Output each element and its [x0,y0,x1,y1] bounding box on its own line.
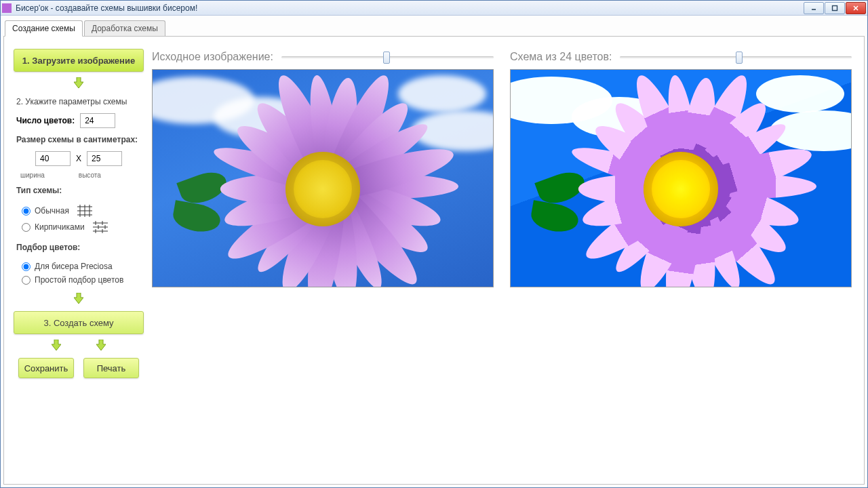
arrow-down-icon [74,77,83,90]
height-caption: высота [79,171,101,179]
minimize-button[interactable] [804,2,824,14]
source-title: Исходное изображение: [152,51,273,63]
main-window: Бисер'ок - создавайте схемы вышивки бисе… [0,0,868,488]
height-input[interactable] [87,151,122,166]
width-caption: ширина [20,171,45,179]
tab-edit[interactable]: Доработка схемы [84,20,165,36]
palette-preciosa-radio[interactable]: Для бисера Preciosa [22,262,136,271]
load-image-button[interactable]: 1. Загрузите изображение [14,49,144,72]
grid-brick-icon [93,221,108,233]
x-label: X [76,154,81,163]
grid-normal-icon [77,205,92,217]
scheme-title: Схема из 24 цветов: [510,51,612,63]
arrow-down-icon [96,340,106,352]
type-brick-radio[interactable]: Кирпичиками [22,221,136,233]
svg-rect-1 [833,5,837,10]
create-scheme-button[interactable]: 3. Создать схему [14,311,144,334]
close-button[interactable] [846,2,866,14]
save-button[interactable]: Сохранить [18,358,74,378]
maximize-button[interactable] [825,2,845,14]
palette-label: Подбор цветов: [14,241,144,253]
content-area: 1. Загрузите изображение 2. Укажите пара… [3,36,865,485]
arrow-down-icon [52,340,61,352]
source-panel: Исходное изображение: [152,47,494,473]
colors-input[interactable] [80,113,115,128]
sidebar: 1. Загрузите изображение 2. Укажите пара… [11,45,146,476]
titlebar[interactable]: Бисер'ок - создавайте схемы вышивки бисе… [1,1,867,16]
scheme-panel: Схема из 24 цветов: [510,47,852,473]
app-icon [2,3,12,13]
type-label: Тип схемы: [14,184,144,197]
print-button[interactable]: Печать [83,358,139,378]
colors-label: Число цветов: [16,116,75,125]
arrow-down-icon [74,293,83,306]
size-label: Размер схемы в сантиметрах: [14,134,144,146]
source-image [152,69,494,287]
window-title: Бисер'ок - создавайте схемы вышивки бисе… [16,3,804,13]
type-normal-radio[interactable]: Обычная [22,205,136,217]
width-input[interactable] [35,151,71,166]
tab-bar: Создание схемы Доработка схемы [1,20,867,36]
image-panels: Исходное изображение: Схема из [146,45,857,476]
palette-simple-radio[interactable]: Простой подбор цветов [22,275,136,285]
step2-label: 2. Укажите параметры схемы [14,96,144,108]
source-zoom-slider[interactable] [281,51,494,63]
scheme-zoom-slider[interactable] [620,51,852,63]
scheme-image [510,69,852,287]
tab-create[interactable]: Создание схемы [5,20,83,37]
